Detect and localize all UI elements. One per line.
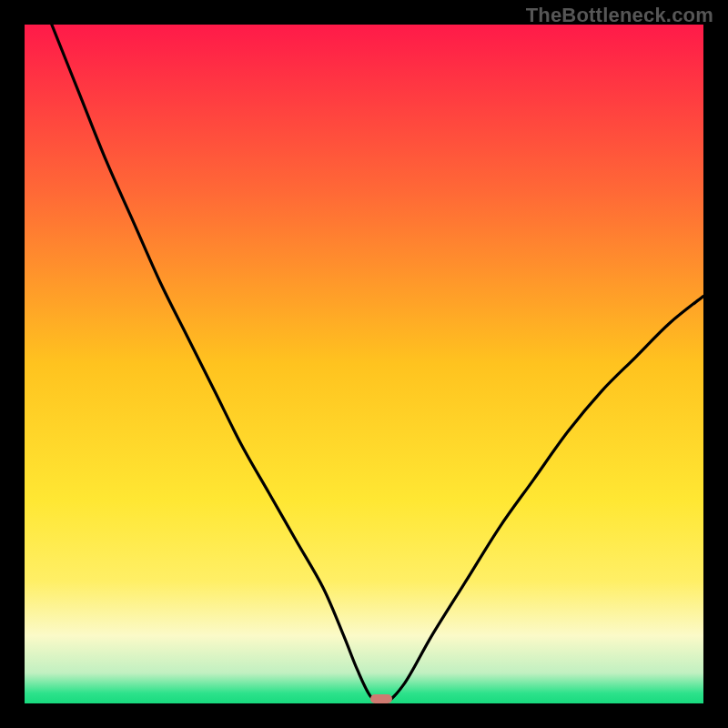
chart-frame: TheBottleneck.com [0,0,728,728]
optimal-marker [370,694,392,703]
curve-path [52,25,703,703]
bottleneck-curve [25,25,703,703]
plot-area [25,25,703,703]
